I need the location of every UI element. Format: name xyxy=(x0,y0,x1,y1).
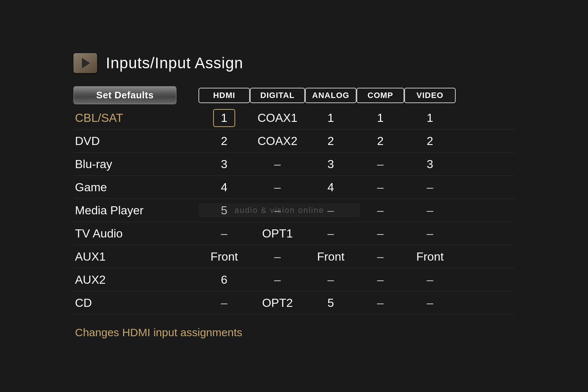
col-header-comp: COMP xyxy=(356,88,404,103)
cell-digital[interactable]: – xyxy=(250,204,305,217)
cell-video[interactable]: 1 xyxy=(404,111,456,125)
cell-digital[interactable]: – xyxy=(250,273,305,287)
cell-hdmi[interactable]: Front xyxy=(198,250,250,264)
table-row: DVD 2 COAX2 2 2 2 xyxy=(74,130,514,152)
table-row: CBL/SAT 1 COAX1 1 1 1 xyxy=(74,107,514,128)
table-row: Media Player 5 audio & vision online – –… xyxy=(74,200,514,221)
column-headers-row: Set Defaults HDMI DIGITAL ANALOG COMP VI… xyxy=(74,86,514,104)
cell-analog[interactable]: 5 xyxy=(305,296,356,310)
col-header-video: VIDEO xyxy=(404,88,456,103)
row-label: CBL/SAT xyxy=(74,111,198,125)
row-label: CD xyxy=(74,296,198,310)
inputs-icon xyxy=(74,53,97,73)
cell-hdmi[interactable]: 6 xyxy=(198,273,250,287)
main-container: Inputs/Input Assign Set Defaults HDMI DI… xyxy=(51,39,537,353)
header: Inputs/Input Assign xyxy=(74,53,514,73)
cell-digital[interactable]: COAX1 xyxy=(250,111,305,125)
cell-hdmi[interactable]: 4 xyxy=(198,181,250,194)
cell-hdmi[interactable]: – xyxy=(198,227,250,240)
rows-container: CBL/SAT 1 COAX1 1 1 1 DVD 2 COAX2 2 2 2 … xyxy=(74,107,514,315)
cell-video[interactable]: – xyxy=(404,181,456,194)
row-label: AUX1 xyxy=(74,250,198,264)
cell-video[interactable]: 2 xyxy=(404,134,456,148)
table-row: AUX2 6 – – – – xyxy=(74,269,514,290)
row-label: TV Audio xyxy=(74,227,198,240)
cell-comp[interactable]: – xyxy=(356,181,404,194)
cell-digital[interactable]: OPT2 xyxy=(250,296,305,310)
cell-analog[interactable]: – xyxy=(305,227,356,240)
cell-video[interactable]: – xyxy=(404,204,456,217)
table-row: Blu-ray 3 – 3 – 3 xyxy=(74,153,514,175)
cell-comp[interactable]: 2 xyxy=(356,134,404,148)
cell-analog[interactable]: – xyxy=(305,273,356,287)
col-header-digital: DIGITAL xyxy=(250,88,305,103)
cell-analog[interactable]: 1 xyxy=(305,111,356,125)
table-row: TV Audio – OPT1 – – – xyxy=(74,223,514,244)
cell-analog[interactable]: 2 xyxy=(305,134,356,148)
cell-analog[interactable]: Front xyxy=(305,250,356,264)
cell-hdmi[interactable]: 1 xyxy=(198,109,250,127)
input-assign-table: Set Defaults HDMI DIGITAL ANALOG COMP VI… xyxy=(74,86,514,315)
cell-comp[interactable]: – xyxy=(356,273,404,287)
page-title: Inputs/Input Assign xyxy=(106,54,243,72)
cell-analog[interactable]: – xyxy=(305,204,356,217)
cell-hdmi[interactable]: 5 xyxy=(198,204,250,217)
cell-analog[interactable]: 3 xyxy=(305,157,356,171)
cell-hdmi[interactable]: 2 xyxy=(198,134,250,148)
cell-hdmi[interactable]: – xyxy=(198,296,250,310)
cell-video[interactable]: 3 xyxy=(404,157,456,171)
row-label: Blu-ray xyxy=(74,157,198,171)
cell-video[interactable]: – xyxy=(404,227,456,240)
cell-comp[interactable]: – xyxy=(356,204,404,217)
cell-digital[interactable]: OPT1 xyxy=(250,227,305,240)
cell-video[interactable]: – xyxy=(404,273,456,287)
table-row: CD – OPT2 5 – – xyxy=(74,292,514,313)
footer: Changes HDMI input assignments xyxy=(74,326,514,339)
row-label: DVD xyxy=(74,134,198,148)
table-row: Game 4 – 4 – – xyxy=(74,177,514,198)
table-row: AUX1 Front – Front – Front xyxy=(74,246,514,267)
cell-video[interactable]: – xyxy=(404,296,456,310)
cell-digital[interactable]: – xyxy=(250,181,305,194)
row-label: Media Player xyxy=(74,204,198,217)
cell-comp[interactable]: – xyxy=(356,227,404,240)
cell-comp[interactable]: 1 xyxy=(356,111,404,125)
col-header-analog: ANALOG xyxy=(305,88,356,103)
cell-hdmi[interactable]: 3 xyxy=(198,157,250,171)
cell-analog[interactable]: 4 xyxy=(305,181,356,194)
footer-text: Changes HDMI input assignments xyxy=(75,326,242,338)
cell-digital[interactable]: COAX2 xyxy=(250,134,305,148)
cell-comp[interactable]: – xyxy=(356,296,404,310)
row-label: Game xyxy=(74,181,198,194)
col-header-hdmi: HDMI xyxy=(198,88,250,103)
cell-video[interactable]: Front xyxy=(404,250,456,264)
cell-digital[interactable]: – xyxy=(250,157,305,171)
cell-comp[interactable]: – xyxy=(356,157,404,171)
set-defaults-button[interactable]: Set Defaults xyxy=(74,86,198,104)
cell-digital[interactable]: – xyxy=(250,250,305,264)
row-label: AUX2 xyxy=(74,273,198,287)
cell-comp[interactable]: – xyxy=(356,250,404,264)
